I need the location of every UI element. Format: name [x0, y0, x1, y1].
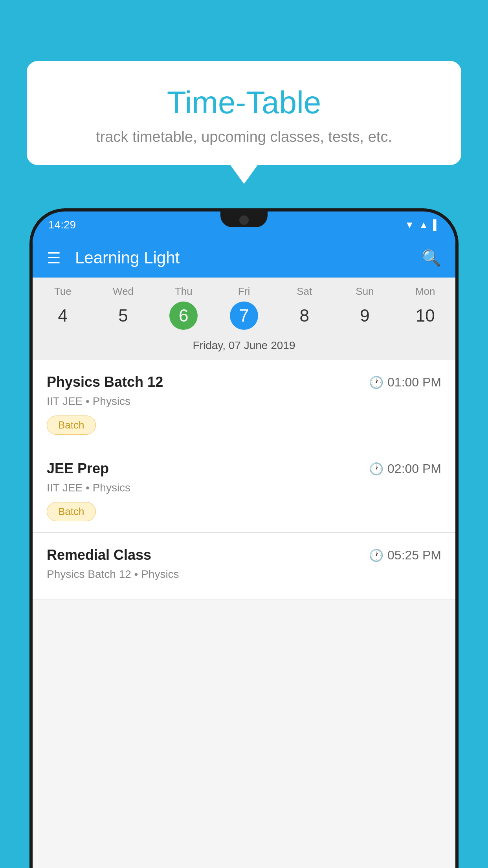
class-header: Remedial Class 🕐 05:25 PM	[47, 547, 441, 563]
day-number: 4	[49, 302, 77, 330]
bubble-title: Time-Table	[46, 85, 442, 121]
day-name: Tue	[33, 285, 93, 298]
app-title: Learning Light	[75, 248, 422, 267]
class-header: Physics Batch 12 🕐 01:00 PM	[47, 374, 441, 390]
notch	[220, 211, 268, 227]
week-days-row: Tue4Wed5Thu6Fri7Sat8Sun9Mon10	[33, 278, 455, 333]
batch-tag: Batch	[47, 502, 96, 521]
calendar-day-cell[interactable]: Sun9	[335, 285, 395, 330]
clock-icon: 🕐	[369, 548, 383, 562]
day-name: Fri	[214, 285, 274, 298]
day-number: 5	[109, 302, 138, 330]
calendar-day-cell[interactable]: Sat8	[274, 285, 335, 330]
batch-tag: Batch	[47, 416, 96, 435]
day-number: 6	[169, 302, 198, 330]
class-header: JEE Prep 🕐 02:00 PM	[47, 460, 441, 477]
clock-icon: 🕐	[369, 462, 383, 476]
class-subject: Physics Batch 12 • Physics	[47, 568, 441, 581]
wifi-icon: ▼	[405, 219, 414, 230]
search-icon[interactable]: 🔍	[422, 249, 441, 267]
day-name: Mon	[395, 285, 455, 298]
class-item[interactable]: Remedial Class 🕐 05:25 PM Physics Batch …	[33, 533, 455, 600]
day-number: 10	[411, 302, 439, 330]
speech-bubble: Time-Table track timetable, upcoming cla…	[27, 61, 461, 165]
phone-frame: 14:29 ▼ ▲ ▌ ☰ Learning Light 🔍 Tue4Wed5T…	[29, 208, 459, 868]
class-name: Physics Batch 12	[47, 374, 163, 390]
calendar-day-cell[interactable]: Fri7	[214, 285, 274, 330]
app-bar: ☰ Learning Light 🔍	[33, 238, 455, 278]
status-icons: ▼ ▲ ▌	[405, 219, 440, 230]
phone-inner: 14:29 ▼ ▲ ▌ ☰ Learning Light 🔍 Tue4Wed5T…	[33, 211, 455, 868]
calendar-day-cell[interactable]: Wed5	[93, 285, 154, 330]
class-time: 🕐 02:00 PM	[369, 462, 441, 476]
battery-icon: ▌	[433, 219, 440, 230]
camera	[239, 215, 249, 225]
day-name: Wed	[93, 285, 154, 298]
class-time: 🕐 01:00 PM	[369, 375, 441, 390]
status-time: 14:29	[48, 219, 76, 231]
signal-icon: ▲	[419, 219, 428, 230]
selected-date-label: Friday, 07 June 2019	[33, 333, 455, 360]
day-name: Sun	[335, 285, 395, 298]
hamburger-icon[interactable]: ☰	[47, 249, 61, 267]
class-item[interactable]: Physics Batch 12 🕐 01:00 PM IIT JEE • Ph…	[33, 360, 455, 446]
class-name: Remedial Class	[47, 547, 151, 563]
day-number: 9	[350, 302, 379, 330]
clock-icon: 🕐	[369, 375, 383, 389]
bubble-subtitle: track timetable, upcoming classes, tests…	[46, 129, 442, 145]
class-list: Physics Batch 12 🕐 01:00 PM IIT JEE • Ph…	[33, 360, 455, 600]
day-name: Thu	[153, 285, 214, 298]
class-item[interactable]: JEE Prep 🕐 02:00 PM IIT JEE • Physics Ba…	[33, 446, 455, 533]
class-subject: IIT JEE • Physics	[47, 395, 441, 408]
calendar-day-cell[interactable]: Mon10	[395, 285, 455, 330]
day-name: Sat	[274, 285, 335, 298]
day-number: 7	[230, 302, 258, 330]
class-time: 🕐 05:25 PM	[369, 548, 441, 563]
class-subject: IIT JEE • Physics	[47, 482, 441, 494]
calendar-day-cell[interactable]: Tue4	[33, 285, 93, 330]
calendar-day-cell[interactable]: Thu6	[153, 285, 214, 330]
class-name: JEE Prep	[47, 460, 109, 477]
phone-screen: Tue4Wed5Thu6Fri7Sat8Sun9Mon10 Friday, 07…	[33, 238, 455, 868]
day-number: 8	[290, 302, 319, 330]
